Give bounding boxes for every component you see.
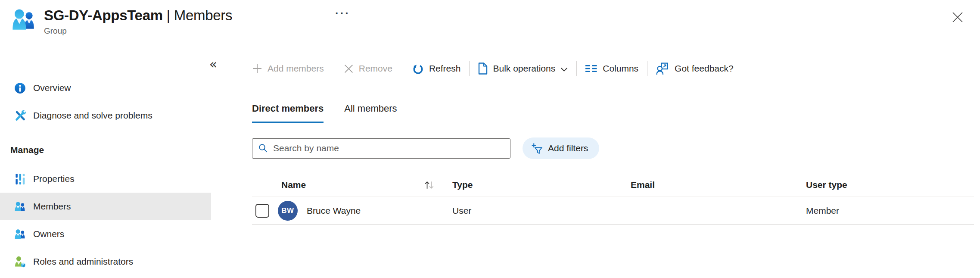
sidebar-item-label: Diagnose and solve problems: [33, 110, 152, 121]
sidebar-item-diagnose[interactable]: Diagnose and solve problems: [0, 102, 211, 129]
members-table: Name Type Email User type BW Bruce Wayne…: [242, 173, 980, 225]
x-icon: [344, 64, 354, 74]
toolbar-separator: [647, 61, 647, 76]
collapse-sidebar-icon[interactable]: «: [209, 58, 217, 71]
info-icon: [14, 82, 26, 94]
context-menu-icon[interactable]: ···: [335, 8, 350, 19]
document-icon: [478, 62, 488, 75]
chevron-down-icon: [560, 67, 568, 72]
blade-header: SG-DY-AppsTeam | Members Group ···: [0, 0, 980, 45]
sidebar: « Overview Diagnose and solve problems M…: [0, 45, 219, 278]
sidebar-item-label: Properties: [33, 174, 75, 184]
column-header-name[interactable]: Name: [278, 180, 424, 190]
tools-icon: [14, 110, 26, 122]
refresh-button[interactable]: Refresh: [412, 63, 461, 75]
sidebar-item-properties[interactable]: Properties: [0, 165, 211, 193]
add-members-button[interactable]: Add members: [252, 63, 324, 74]
sidebar-item-owners[interactable]: Owners: [0, 220, 211, 248]
sidebar-item-overview[interactable]: Overview: [0, 74, 211, 102]
sort-icon[interactable]: [424, 180, 435, 190]
owners-icon: [14, 228, 26, 240]
sidebar-divider: [10, 164, 211, 164]
sidebar-item-label: Owners: [33, 229, 64, 239]
sidebar-item-label: Overview: [33, 83, 71, 93]
member-tabs: Direct members All members: [242, 103, 980, 123]
columns-icon: [585, 63, 597, 74]
sidebar-item-roles[interactable]: Roles and administrators: [0, 248, 211, 275]
search-icon: [258, 143, 268, 153]
sidebar-item-label: Roles and administrators: [33, 256, 133, 267]
table-row: BW Bruce Wayne User Member: [252, 197, 974, 225]
search-box[interactable]: [252, 138, 510, 159]
member-usertype-cell: Member: [803, 206, 974, 216]
member-type-cell: User: [450, 206, 628, 216]
feedback-button[interactable]: Got feedback?: [656, 62, 734, 75]
sidebar-item-members[interactable]: Members: [0, 193, 211, 220]
properties-icon: [14, 173, 26, 185]
tab-all-members[interactable]: All members: [344, 103, 397, 123]
toolbar-separator: [576, 61, 577, 76]
toolbar-separator: [469, 61, 470, 76]
add-filter-icon: [531, 143, 543, 154]
column-header-usertype[interactable]: User type: [803, 180, 974, 190]
close-icon[interactable]: [950, 9, 965, 25]
blade-subtitle: Group: [44, 26, 232, 36]
sidebar-item-label: Members: [33, 201, 71, 212]
search-input[interactable]: [273, 143, 510, 153]
avatar: BW: [278, 201, 298, 221]
member-name-link[interactable]: Bruce Wayne: [307, 206, 361, 216]
bulk-operations-button[interactable]: Bulk operations: [478, 62, 568, 75]
roles-icon: [14, 256, 26, 268]
table-header-row: Name Type Email User type: [252, 173, 974, 197]
column-header-type[interactable]: Type: [450, 180, 628, 190]
add-filters-button[interactable]: Add filters: [523, 137, 599, 159]
refresh-icon: [412, 63, 424, 75]
members-icon: [14, 201, 26, 212]
column-header-email[interactable]: Email: [628, 180, 803, 190]
sidebar-section-manage: Manage: [0, 141, 219, 159]
row-checkbox[interactable]: [255, 204, 269, 218]
command-bar: Add members Remove Refresh: [242, 45, 974, 83]
group-icon: [11, 8, 36, 32]
plus-icon: [252, 63, 262, 74]
tab-direct-members[interactable]: Direct members: [252, 103, 324, 123]
page-title: SG-DY-AppsTeam | Members: [44, 7, 232, 24]
columns-button[interactable]: Columns: [585, 63, 638, 74]
feedback-icon: [656, 62, 669, 75]
remove-button[interactable]: Remove: [344, 63, 392, 74]
